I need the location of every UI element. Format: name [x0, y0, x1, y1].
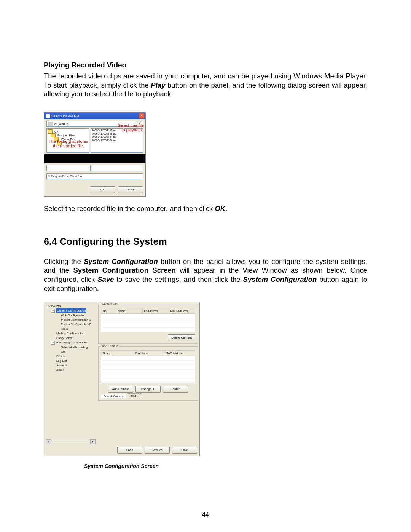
tree-label: Schedule-Recording Con: [61, 345, 94, 354]
text: Clicking the: [44, 257, 84, 265]
tree-item[interactable]: Others: [46, 354, 94, 359]
text: the recorded file.: [53, 144, 84, 148]
col-mac[interactable]: MAC Address: [164, 351, 195, 356]
tree-panel: IPView Pro −Camera Configuration Web Con…: [46, 304, 96, 444]
paragraph-select-ok: Select the recorded file in the computer…: [44, 204, 367, 213]
tree-label: IPView Pro: [46, 304, 61, 308]
col-ip[interactable]: IP Address: [133, 351, 164, 356]
tree-label: Log List: [56, 359, 67, 363]
scroll-right-icon[interactable]: ▸: [90, 439, 96, 444]
table-row[interactable]: [101, 356, 195, 361]
load-button[interactable]: Load: [117, 447, 142, 454]
tab-search-camera[interactable]: Search Camera: [101, 394, 126, 398]
add-camera-table[interactable]: Name IP Address MAC Address: [101, 350, 195, 383]
annotation-file: Select one file to playback.: [118, 123, 144, 132]
text-ok: OK: [215, 204, 225, 212]
tree-item[interactable]: Web Configuration: [46, 313, 94, 318]
tree-item[interactable]: Account: [46, 363, 94, 368]
groupbox-camera-list: Camera List No. Name IP Address MAC Addr…: [98, 304, 198, 344]
text-input[interactable]: [92, 165, 143, 171]
close-icon[interactable]: ×: [139, 113, 145, 119]
horizontal-scrollbar[interactable]: ◂ ▸: [46, 439, 96, 444]
table-row[interactable]: [101, 374, 195, 379]
heading-playing-recorded-video: Playing Recorded Video: [44, 61, 367, 69]
drive-label: c: [WinXP]: [54, 122, 68, 126]
col-ip[interactable]: IP Address: [142, 308, 169, 314]
tree-item[interactable]: −Recording Configuration: [46, 340, 94, 345]
list-item[interactable]: 20050417002606.avi: [92, 139, 142, 142]
scroll-left-icon[interactable]: ◂: [46, 439, 51, 444]
tree-item[interactable]: Tools: [46, 327, 94, 331]
ok-button[interactable]: OK: [90, 186, 115, 193]
save-as-button[interactable]: Save as: [145, 447, 170, 454]
camera-list-table[interactable]: No. Name IP Address MAC Address: [101, 308, 195, 332]
table-row[interactable]: [101, 318, 195, 323]
list-item[interactable]: 20050417002547.avi: [92, 136, 142, 139]
tree-label: Others: [56, 354, 65, 359]
groupbox-add-camera: Add Camera Name IP Address MAC Address: [98, 346, 198, 401]
bottom-button-row: Load Save as Save: [44, 446, 199, 456]
text: .: [225, 204, 227, 212]
cancel-button[interactable]: Cancel: [118, 186, 143, 193]
table-row[interactable]: [101, 314, 195, 318]
text-play: Play: [151, 81, 165, 89]
text: System Configuration: [243, 275, 317, 283]
system-config-body: IPView Pro −Camera Configuration Web Con…: [44, 302, 199, 446]
col-name[interactable]: Name: [101, 351, 133, 356]
tree-label: Proxy Server: [56, 336, 73, 340]
tree-item[interactable]: Motion Configuration-2: [46, 322, 94, 327]
save-button[interactable]: Save: [172, 447, 197, 454]
text-input[interactable]: [46, 165, 91, 171]
tree-item[interactable]: Motion Configuration-1: [46, 318, 94, 322]
text: System Configuration Screen: [73, 266, 176, 274]
table-row[interactable]: [101, 323, 195, 328]
dialog-select-avi-wrapper: Select One AVI File × c: [WinXP] ▾ C:\ P…: [44, 112, 145, 197]
tree-item[interactable]: Program Files: [48, 133, 88, 137]
collapse-icon[interactable]: −: [51, 341, 55, 345]
table-row[interactable]: [101, 365, 195, 370]
delete-camera-button[interactable]: Delete Camera: [168, 334, 195, 341]
tree-item[interactable]: Schedule-Recording Con: [46, 345, 94, 354]
paragraph-intro: The recorded video clips are saved in yo…: [44, 72, 367, 99]
add-camera-button[interactable]: Add Camera: [108, 386, 133, 393]
tree-label: Motion Configuration-2: [61, 322, 91, 327]
col-no[interactable]: No.: [101, 308, 116, 314]
button-row: Delete Camera: [101, 334, 195, 341]
tree-label: C:\: [54, 130, 58, 133]
text: Select the recorded file in the computer…: [44, 204, 215, 212]
system-config-screen: IPView Pro −Camera Configuration Web Con…: [44, 302, 200, 456]
tab-input-ip[interactable]: Input IP: [127, 393, 142, 398]
tree-item[interactable]: −Camera Configuration: [46, 308, 94, 313]
col-name[interactable]: Name: [116, 308, 142, 314]
tree-item[interactable]: C:\: [48, 129, 88, 133]
table-row[interactable]: [101, 328, 195, 332]
tree-label: Tools: [61, 327, 68, 331]
change-ip-button[interactable]: Change IP: [135, 386, 161, 393]
table-row[interactable]: [101, 370, 195, 374]
table-row[interactable]: [101, 361, 195, 365]
table-row[interactable]: [101, 379, 195, 383]
tree-item[interactable]: About: [46, 368, 94, 372]
dialog-titlebar: Select One AVI File ×: [44, 113, 145, 119]
search-button[interactable]: Search: [163, 386, 188, 393]
collapse-icon[interactable]: −: [51, 309, 55, 313]
tree-item[interactable]: Log List: [46, 359, 94, 363]
annotation-folder: The folder that stores the recorded file…: [44, 139, 93, 148]
page-number: 44: [0, 511, 411, 518]
text: The folder that stores: [49, 139, 88, 144]
tree-item[interactable]: IPView Pro: [46, 304, 94, 308]
button-row: Add Camera Change IP Search: [101, 386, 195, 393]
dialog-button-row: OK Cancel: [46, 186, 143, 193]
groupbox-title: Add Camera: [101, 344, 119, 348]
tree-item[interactable]: Mailing Configuration: [46, 331, 94, 336]
list-item[interactable]: 20050417002526.avi: [92, 133, 142, 136]
col-mac[interactable]: MAC Address: [169, 308, 195, 314]
text: Select one file: [118, 123, 144, 128]
folder-icon: [48, 129, 53, 134]
path-input[interactable]: C:\Program Files\IPView Pro: [46, 173, 143, 179]
config-tree[interactable]: IPView Pro −Camera Configuration Web Con…: [46, 304, 94, 372]
tree-item[interactable]: Proxy Server: [46, 336, 94, 340]
tree-label: Web Configuration: [61, 313, 85, 318]
text: System Configuration: [84, 257, 158, 265]
config-right-panel: Camera List No. Name IP Address MAC Addr…: [98, 304, 198, 444]
